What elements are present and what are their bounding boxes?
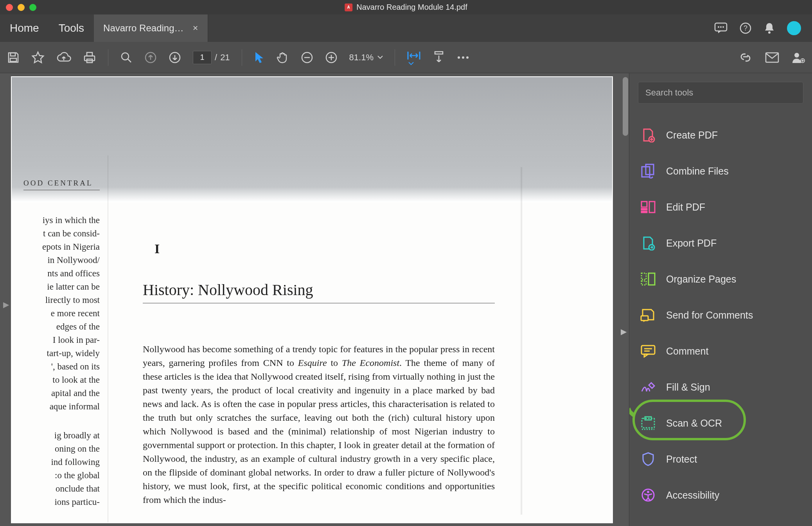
tool-edit-pdf[interactable]: Edit PDF [638, 189, 803, 225]
tool-protect[interactable]: Protect [638, 441, 803, 477]
svg-rect-47 [641, 346, 655, 354]
speech-bubble-icon[interactable] [714, 22, 728, 34]
right-panel-toggle[interactable]: ▶ [621, 327, 627, 336]
tool-fill-sign[interactable]: Fill & Sign [638, 369, 803, 405]
find-icon[interactable] [120, 51, 133, 64]
home-button[interactable]: Home [0, 14, 49, 42]
tool-create-pdf[interactable]: Create PDF [638, 117, 803, 153]
email-icon[interactable] [765, 52, 779, 63]
document-viewer[interactable]: ▶ OOD CENTRAL iys in which the t can be … [0, 73, 629, 526]
tool-label: Create PDF [666, 130, 718, 141]
comment-icon [640, 343, 656, 359]
tool-scan-ocr[interactable]: Scan & OCR [638, 405, 803, 441]
svg-rect-38 [641, 209, 647, 210]
zoom-in-icon[interactable] [325, 51, 338, 64]
svg-point-2 [718, 26, 719, 28]
zoom-out-icon[interactable] [301, 51, 313, 64]
svg-rect-44 [649, 273, 655, 285]
window-title-text: Navarro Reading Module 14.pdf [356, 3, 467, 12]
star-icon[interactable] [31, 51, 45, 64]
notifications-bell-icon[interactable] [763, 22, 775, 34]
page-number-input[interactable] [193, 51, 212, 64]
tool-label: Edit PDF [666, 202, 705, 213]
svg-point-13 [122, 53, 129, 60]
body-paragraph: Nollywood has become something of a tren… [143, 342, 495, 507]
svg-rect-43 [641, 281, 646, 285]
svg-marker-46 [643, 321, 646, 322]
vertical-scrollbar[interactable] [623, 77, 628, 136]
svg-point-56 [647, 491, 649, 493]
document-tab[interactable]: Navarro Reading… ✕ [94, 14, 208, 42]
page-canvas: OOD CENTRAL iys in which the t can be co… [12, 77, 612, 522]
svg-rect-42 [641, 273, 646, 279]
fullscreen-window-button[interactable] [29, 4, 36, 11]
zoom-level[interactable]: 81.1% [349, 52, 383, 63]
tool-label: Protect [666, 454, 697, 465]
svg-point-28 [794, 53, 799, 58]
print-icon[interactable] [83, 51, 96, 64]
selection-tool-icon[interactable] [254, 51, 265, 64]
tool-combine-files[interactable]: Combine Files [638, 153, 803, 189]
document-tab-label: Navarro Reading… [103, 23, 183, 34]
svg-rect-10 [84, 56, 95, 61]
combine-files-icon [640, 163, 656, 179]
svg-point-7 [768, 31, 771, 34]
svg-rect-8 [11, 53, 15, 56]
svg-point-4 [722, 26, 724, 28]
scroll-mode-icon[interactable] [433, 51, 445, 64]
tool-export-pdf[interactable]: Export PDF [638, 225, 803, 261]
left-panel-toggle[interactable]: ▶ [3, 300, 9, 309]
minimize-window-button[interactable] [18, 4, 25, 11]
svg-marker-54 [629, 407, 633, 415]
tool-accessibility[interactable]: Accessibility [638, 477, 803, 513]
running-head: OOD CENTRAL [23, 179, 100, 190]
svg-point-24 [462, 56, 464, 59]
organize-pages-icon [640, 271, 656, 287]
svg-rect-11 [87, 52, 92, 56]
svg-rect-9 [10, 58, 16, 61]
fill-sign-icon [640, 379, 656, 395]
search-placeholder: Search tools [645, 88, 693, 98]
account-avatar[interactable] [787, 21, 801, 35]
more-icon[interactable] [457, 56, 469, 59]
share-people-icon[interactable] [792, 51, 805, 64]
tools-button[interactable]: Tools [49, 14, 94, 42]
search-tools-input[interactable]: Search tools [638, 82, 803, 104]
chapter-title: History: Nollywood Rising [143, 281, 495, 303]
tool-label: Scan & OCR [666, 418, 722, 429]
svg-rect-39 [641, 211, 647, 213]
page-counter: / 21 [193, 51, 230, 64]
save-icon[interactable] [7, 51, 20, 64]
svg-marker-48 [644, 354, 648, 357]
tool-label: Send for Comments [666, 310, 753, 321]
svg-point-25 [466, 56, 469, 59]
help-icon[interactable]: ? [739, 22, 752, 34]
tool-comment[interactable]: Comment [638, 333, 803, 369]
left-page-fragment: iys in which the t can be consid- epots … [23, 214, 100, 509]
share-link-icon[interactable] [738, 52, 753, 63]
close-window-button[interactable] [6, 4, 13, 11]
protect-icon [640, 451, 656, 467]
tool-label: Export PDF [666, 238, 717, 249]
tool-organize-pages[interactable]: Organize Pages [638, 261, 803, 297]
window-title: A Navarro Reading Module 14.pdf [345, 3, 467, 12]
chapter-number: I [154, 241, 495, 256]
pan-hand-icon[interactable] [277, 51, 289, 64]
tool-label: Comment [666, 346, 708, 357]
close-tab-button[interactable]: ✕ [192, 24, 198, 32]
main-toolbar: / 21 81.1% [0, 42, 812, 73]
svg-rect-45 [641, 316, 648, 321]
cloud-upload-icon[interactable] [56, 52, 71, 63]
send-comments-icon [640, 307, 656, 323]
pdf-file-icon: A [345, 4, 352, 11]
svg-line-14 [128, 59, 131, 62]
tool-label: Combine Files [666, 166, 729, 177]
fit-width-icon[interactable] [407, 49, 421, 66]
page-down-icon[interactable] [169, 51, 181, 64]
svg-rect-37 [641, 202, 647, 207]
page-total: 21 [220, 52, 230, 63]
zoom-value: 81.1% [349, 52, 374, 63]
svg-rect-22 [435, 52, 443, 54]
tool-send-for-comments[interactable]: Send for Comments [638, 297, 803, 333]
page-up-icon[interactable] [144, 51, 157, 64]
